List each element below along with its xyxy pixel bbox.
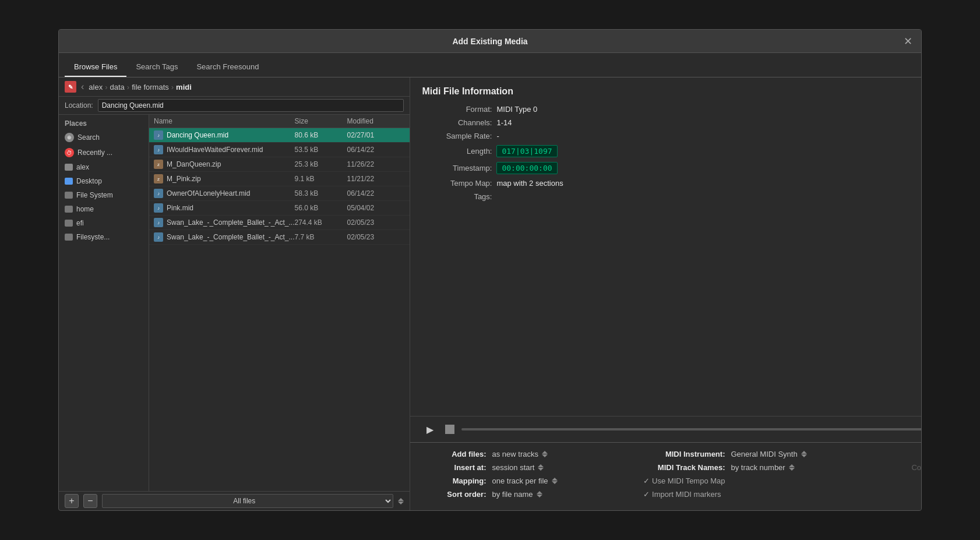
info-row-timestamp: Timestamp: 00:00:00:00 [422,162,921,174]
breadcrumb-part-midi[interactable]: midi [176,83,192,91]
import-midi-markers-checkbox[interactable]: ✓ Import MIDI markers [643,490,721,499]
breadcrumb-parts: alex › data › file formats › midi [89,83,192,91]
midi-track-up-icon [789,464,795,467]
places-item-efi[interactable]: efi [59,216,149,230]
tags-label: Tags: [422,192,492,201]
places-item-desktop[interactable]: Desktop [59,174,149,188]
left-panel: ✎ ‹ alex › data › file formats › midi Lo… [59,77,410,510]
progress-bar[interactable] [461,428,921,430]
bottom-bar: + − All files [59,491,410,510]
breadcrumb-part-data[interactable]: data [110,83,125,91]
alex-place-icon [65,164,73,171]
midi-instrument-value: General MIDI Synth [731,450,797,458]
file-row[interactable]: ♪ OwnerOfALonelyHeart.mid 58.3 kB 06/14/… [149,186,410,201]
edit-icon: ✎ [65,81,76,93]
opt-row-midi-instrument: MIDI Instrument: General MIDI Synth [637,450,911,458]
zip-file-icon: z [154,160,163,169]
tab-search-freesound[interactable]: Search Freesound [187,58,268,77]
opt-row-insert-at: Insert at: session start [422,463,637,472]
file-row[interactable]: ♪ Swan_Lake_-_Complete_Ballet_-_Act_... … [149,230,410,245]
tab-browse-files[interactable]: Browse Files [65,58,126,77]
home-place-icon [65,206,73,213]
add-files-value: as new tracks [492,450,538,458]
opt-row-sort: Sort order: by file name [422,490,637,499]
nav-back-button[interactable]: ‹ [79,82,86,92]
places-item-recently[interactable]: ⏱ Recently ... [59,145,149,160]
channels-label: Channels: [422,118,492,127]
midi-file-icon: ♪ [154,232,163,242]
options-col-2: MIDI Instrument: General MIDI Synth MIDI… [637,450,911,503]
mapping-spinner[interactable] [552,478,558,484]
places-item-filesyste[interactable]: Filesyste... [59,230,149,244]
filesyste-place-icon [65,234,73,241]
filesystem-place-icon [65,192,73,199]
remove-folder-button[interactable]: − [83,494,97,508]
places-item-home[interactable]: home [59,202,149,216]
file-modified: 02/05/23 [347,233,405,241]
copy-audio-checkbox[interactable]: Copy audio files to session [911,463,921,472]
options-col-3: Audio conversion quality: Best Copy audi… [911,450,921,503]
sort-order-spinner[interactable] [537,491,542,497]
file-modified: 02/05/23 [347,218,405,227]
format-value: MIDI Type 0 [496,105,537,114]
add-files-spinner[interactable] [542,451,548,457]
samplerate-value: - [496,132,499,140]
dialog-title: Add Existing Media [452,37,527,46]
format-label: Format: [422,105,492,114]
add-files-up-icon [542,451,548,454]
file-name: M_DanQueen.zip [167,160,294,168]
mapping-value: one track per file [492,477,548,485]
audio-conversion-label: Audio conversion quality: [911,450,921,458]
insert-at-spinner[interactable] [538,464,544,471]
file-name: Pink.mid [167,204,294,212]
info-and-playback: Midi File Information Format: MIDI Type … [410,77,921,442]
file-row[interactable]: z M_Pink.zip 9.1 kB 11/21/22 [149,172,410,186]
places-panel: Places ⊕ Search ⏱ Recently ... alex [59,115,149,491]
use-midi-tempo-row: ✓ Use MIDI Tempo Map [643,477,911,485]
sort-down-icon [537,495,542,497]
places-item-alex[interactable]: alex [59,160,149,174]
search-place-icon: ⊕ [65,133,74,142]
file-row[interactable]: ♪ IWouldHaveWaitedForever.mid 53.5 kB 06… [149,143,410,157]
places-label-recently: Recently ... [77,149,112,157]
playback-bar: ▶ Auto-play [410,416,921,442]
file-browser: Places ⊕ Search ⏱ Recently ... alex [59,115,410,491]
places-header: Places [59,115,149,130]
breadcrumb-part-alex[interactable]: alex [89,83,103,91]
file-row[interactable]: ♪ Swan_Lake_-_Complete_Ballet_-_Act_... … [149,216,410,230]
stop-button[interactable] [445,425,454,434]
midi-track-names-spinner[interactable] [789,464,795,471]
places-item-search[interactable]: ⊕ Search [59,130,149,145]
breadcrumb-part-fileformats[interactable]: file formats [132,83,169,91]
tempomap-value: map with 2 sections [496,179,563,188]
file-row[interactable]: ♪ Dancing Queen.mid 80.6 kB 02/27/01 [149,128,410,143]
add-folder-button[interactable]: + [65,494,79,508]
file-row[interactable]: ♪ Pink.mid 56.0 kB 05/04/02 [149,201,410,216]
file-type-select[interactable]: All files [102,494,393,508]
midi-instrument-label: MIDI Instrument: [637,450,725,458]
midi-instrument-spinner[interactable] [801,451,807,457]
file-modified: 06/14/22 [347,146,405,154]
places-item-filesystem[interactable]: File System [59,188,149,202]
insert-at-value: session start [492,463,534,472]
sort-order-value: by file name [492,490,533,499]
insert-at-down-icon [538,468,544,471]
file-size: 25.3 kB [294,160,347,168]
play-button[interactable]: ▶ [422,421,438,437]
tabs-bar: Browse Files Search Tags Search Freesoun… [59,53,921,77]
location-input[interactable] [98,99,404,112]
tab-search-tags[interactable]: Search Tags [126,58,187,77]
close-button[interactable]: ✕ [901,35,914,48]
options-section: Add files: as new tracks Insert at: sess… [410,442,921,510]
midi-file-icon: ♪ [154,189,163,198]
info-row-tempomap: Tempo Map: map with 2 sections [422,179,921,188]
file-type-spinner[interactable] [398,498,404,504]
file-modified: 11/26/22 [347,160,405,168]
places-label-home: home [76,205,94,213]
midi-file-icon: ♪ [154,130,163,140]
use-midi-tempo-checkbox[interactable]: ✓ Use MIDI Tempo Map [643,477,725,485]
file-name: Swan_Lake_-_Complete_Ballet_-_Act_... [167,218,294,227]
midi-track-names-label: MIDI Track Names: [637,463,725,472]
info-row-length: Length: 017|03|1097 [422,145,921,157]
file-row[interactable]: z M_DanQueen.zip 25.3 kB 11/26/22 [149,157,410,172]
